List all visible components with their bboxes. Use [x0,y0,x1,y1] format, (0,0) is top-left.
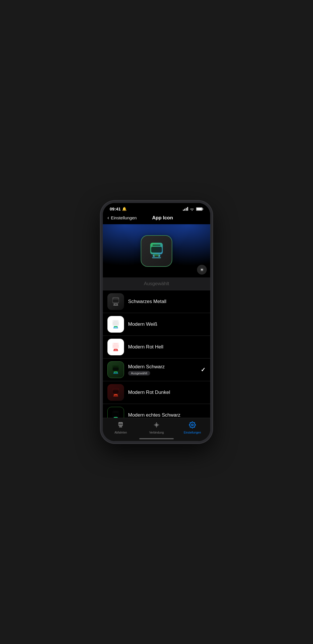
train-tab-icon [117,421,124,428]
phone-frame: 09:41 🔔 [101,201,212,443]
tab-verbindung-label: Verbindung [149,431,164,434]
list-item-modern-weiss[interactable]: Modern Weiß [103,313,210,336]
tab-abfahrten-icon [117,421,124,430]
svg-rect-29 [114,349,117,350]
svg-rect-23 [113,327,118,328]
svg-rect-47 [113,413,119,416]
tab-abfahrten-label: Abfahrten [115,431,127,434]
list-item-modern-rot-hell[interactable]: Modern Rot Hell [103,336,210,359]
svg-rect-2 [196,208,202,210]
item-text-6: Modern echtes Schwarz [128,412,206,418]
page-title: App Icon [137,215,188,221]
selected-tab-bar: Ausgewählt [103,277,210,290]
svg-rect-18 [113,321,118,322]
status-icons [183,207,203,211]
settings-gear-icon [189,421,196,428]
svg-rect-39 [113,389,118,390]
train-svg-2 [110,319,121,330]
hero-train-svg [146,241,167,261]
connection-icon [153,421,160,428]
list-item-modern-rot-dunkel[interactable]: Modern Rot Dunkel [103,381,210,404]
svg-rect-11 [113,298,118,299]
svg-rect-19 [113,322,119,325]
tab-einstellungen-label: Einstellungen [184,431,201,434]
svg-rect-9 [152,257,161,258]
icon-schwarzes-metall [107,293,124,310]
svg-rect-8 [154,254,159,256]
svg-rect-40 [113,390,119,393]
train-svg-3 [110,342,121,352]
train-svg-1 [110,296,121,307]
train-svg-6 [110,410,121,418]
brightness-button[interactable]: ☀ [197,265,207,275]
svg-rect-22 [114,326,117,327]
item-name-4: Modern Schwarz [128,364,201,370]
back-chevron-icon: ‹ [107,215,109,221]
icon-list[interactable]: Schwarzes Metall Mo [103,290,210,418]
tab-verbindung[interactable]: Verbindung [139,420,175,435]
brightness-icon: ☀ [200,267,204,273]
signal-bar-1 [183,210,184,211]
list-item-modern-echtes-schwarz[interactable]: Modern echtes Schwarz [103,404,210,418]
hero-area: ☀ [103,224,210,277]
item-text-5: Modern Rot Dunkel [128,390,206,395]
item-text-3: Modern Rot Hell [128,344,206,350]
signal-bar-4 [187,207,188,211]
svg-point-66 [156,424,157,426]
icon-modern-schwarz [107,361,124,378]
tab-verbindung-icon [153,421,160,430]
icon-modern-rot-hell [107,339,124,355]
train-svg-4 [110,364,121,375]
icon-modern-echtes-schwarz [107,407,124,418]
wifi-icon [190,207,194,211]
svg-rect-33 [113,367,119,371]
svg-rect-46 [113,412,118,413]
svg-rect-15 [114,303,117,304]
svg-rect-30 [113,350,118,351]
svg-rect-5 [151,247,162,252]
svg-rect-16 [113,305,118,306]
signal-bars [183,207,188,211]
mute-icon: 🔔 [122,207,127,211]
item-text-1: Schwarzes Metall [128,299,206,304]
svg-rect-43 [114,394,117,395]
phone-screen: 09:41 🔔 [103,203,210,441]
signal-bar-2 [184,209,185,211]
selected-badge: Ausgewählt [128,371,150,375]
svg-rect-61 [119,423,123,425]
item-name-2: Modern Weiß [128,321,206,327]
svg-rect-65 [119,427,122,428]
checkmark-icon: ✓ [201,366,206,373]
signal-bar-3 [186,208,187,211]
battery-icon [196,207,203,211]
train-svg-5 [110,387,121,398]
icon-modern-weiss [107,316,124,333]
svg-rect-4 [152,244,161,246]
item-name-5: Modern Rot Dunkel [128,390,206,395]
back-label: Einstellungen [111,215,137,220]
item-name-1: Schwarzes Metall [128,299,206,304]
item-name-6: Modern echtes Schwarz [128,412,206,418]
item-name-3: Modern Rot Hell [128,344,206,350]
icon-modern-rot-dunkel [107,384,124,401]
svg-point-67 [192,424,193,426]
svg-rect-25 [113,344,118,344]
item-text-4: Modern Schwarz Ausgewählt [128,364,201,375]
tab-einstellungen-icon [189,421,196,430]
svg-rect-12 [113,299,119,302]
svg-rect-64 [120,426,121,427]
back-button[interactable]: ‹ Einstellungen [107,215,137,221]
time-label: 09:41 [110,206,121,211]
svg-rect-26 [113,345,119,348]
list-item-modern-schwarz[interactable]: Modern Schwarz Ausgewählt ✓ [103,359,210,381]
status-time: 09:41 🔔 [110,206,127,211]
tab-bar: Abfahrten Verbindung Ein [103,418,210,441]
tab-einstellungen[interactable]: Einstellungen [174,420,210,435]
list-item-schwarzes-metall[interactable]: Schwarzes Metall [103,290,210,313]
svg-rect-44 [113,396,118,396]
svg-rect-32 [113,366,118,367]
svg-rect-60 [119,423,122,423]
selected-section-label: Ausgewählt [107,281,206,287]
item-text-2: Modern Weiß [128,321,206,327]
tab-abfahrten[interactable]: Abfahrten [103,420,139,435]
